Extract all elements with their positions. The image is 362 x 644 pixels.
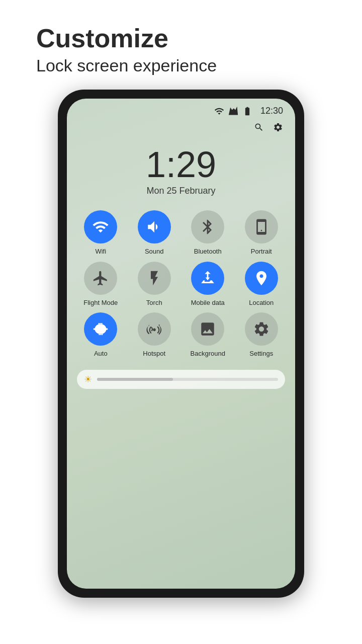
brightness-sun-icon: ☀ — [84, 374, 92, 385]
auto-label: Auto — [94, 350, 108, 358]
location-icon — [245, 262, 278, 295]
bluetooth-label: Bluetooth — [194, 248, 222, 256]
flightmode-label: Flight Mode — [83, 299, 118, 307]
status-time: 12:30 — [260, 106, 283, 116]
portrait-icon — [245, 210, 278, 244]
mobiledata-icon — [191, 262, 224, 295]
settings-label: Settings — [249, 350, 273, 358]
hotspot-icon — [138, 312, 171, 346]
tile-wifi[interactable]: Wifi — [77, 210, 125, 256]
portrait-label: Portrait — [251, 248, 272, 256]
tile-auto[interactable]: Auto — [77, 312, 125, 358]
tile-portrait[interactable]: Portrait — [238, 210, 286, 256]
tile-torch[interactable]: Torch — [131, 262, 178, 307]
tile-sound[interactable]: Sound — [131, 210, 178, 256]
tile-settings[interactable]: Settings — [238, 312, 286, 358]
tile-bluetooth[interactable]: Bluetooth — [184, 210, 232, 256]
tile-mobiledata[interactable]: Mobile data — [184, 262, 232, 307]
tile-hotspot[interactable]: Hotspot — [131, 312, 178, 358]
brightness-thumb — [97, 378, 173, 381]
qs-top-icons — [67, 120, 295, 136]
background-label: Background — [191, 350, 225, 358]
main-subtitle: Lock screen experience — [36, 56, 362, 75]
wifi-icon — [84, 210, 117, 244]
signal-icon — [228, 106, 238, 116]
torch-icon — [138, 262, 171, 295]
hotspot-label: Hotspot — [143, 350, 165, 358]
location-label: Location — [249, 299, 274, 307]
mobiledata-label: Mobile data — [191, 299, 225, 307]
phone-frame: 12:30 1:29 Mon 25 February — [58, 90, 304, 598]
phone-screen: 12:30 1:29 Mon 25 February — [67, 99, 295, 589]
battery-icon — [242, 106, 252, 116]
brightness-bar[interactable]: ☀ — [77, 370, 285, 389]
status-icons — [214, 106, 252, 116]
background-icon — [191, 312, 224, 346]
settings-top-icon[interactable] — [273, 122, 283, 132]
clock-date: Mon 25 February — [67, 186, 295, 196]
settings-icon — [245, 312, 278, 346]
bluetooth-icon — [191, 210, 224, 244]
sound-icon — [138, 210, 171, 244]
sound-label: Sound — [145, 248, 164, 256]
page-title: Customize Lock screen experience — [0, 0, 362, 75]
main-title: Customize — [36, 24, 362, 53]
tile-background[interactable]: Background — [184, 312, 232, 358]
clock-time: 1:29 — [67, 146, 295, 183]
clock-area: 1:29 Mon 25 February — [67, 136, 295, 200]
tiles-grid: Wifi Sound Bluetooth — [67, 200, 295, 358]
status-bar: 12:30 — [67, 99, 295, 120]
tile-flightmode[interactable]: Flight Mode — [77, 262, 125, 307]
phone-wrapper: 12:30 1:29 Mon 25 February — [0, 90, 362, 598]
wifi-status-icon — [214, 106, 224, 116]
tile-location[interactable]: Location — [238, 262, 286, 307]
search-icon[interactable] — [254, 122, 264, 132]
torch-label: Torch — [146, 299, 162, 307]
brightness-bar-wrap: ☀ — [67, 358, 295, 389]
plane-icon — [84, 262, 117, 295]
auto-icon — [84, 312, 117, 346]
brightness-track — [97, 378, 278, 381]
wifi-label: Wifi — [95, 248, 106, 256]
